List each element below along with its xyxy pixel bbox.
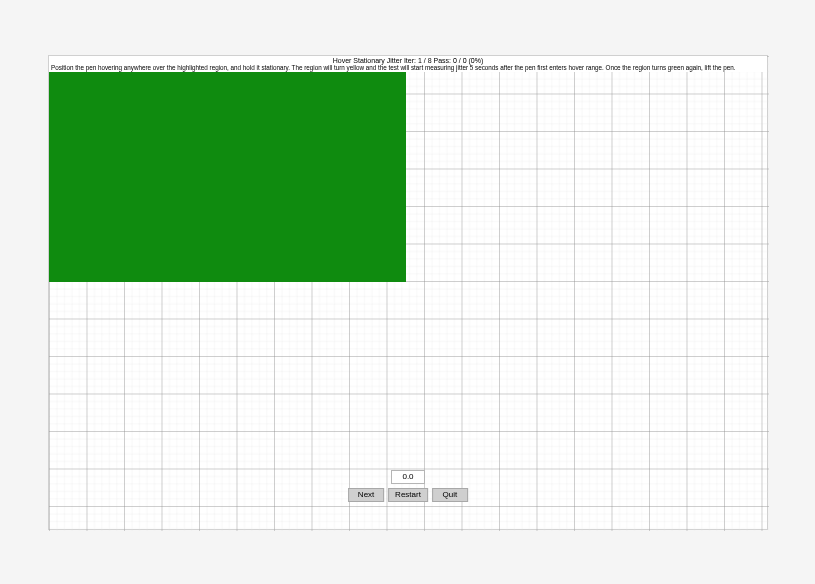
jitter-readout: 0.0 <box>391 470 425 484</box>
quit-button[interactable]: Quit <box>432 488 468 502</box>
test-canvas[interactable]: Hover Stationary Jitter Iter: 1 / 8 Pass… <box>48 55 768 530</box>
restart-button[interactable]: Restart <box>388 488 428 502</box>
info-bar: Hover Stationary Jitter Iter: 1 / 8 Pass… <box>49 56 767 72</box>
instruction-text: Position the pen hovering anywhere over … <box>49 64 767 72</box>
next-button[interactable]: Next <box>348 488 384 502</box>
highlight-region[interactable] <box>49 72 406 282</box>
button-row: Next Restart Quit <box>348 488 468 502</box>
